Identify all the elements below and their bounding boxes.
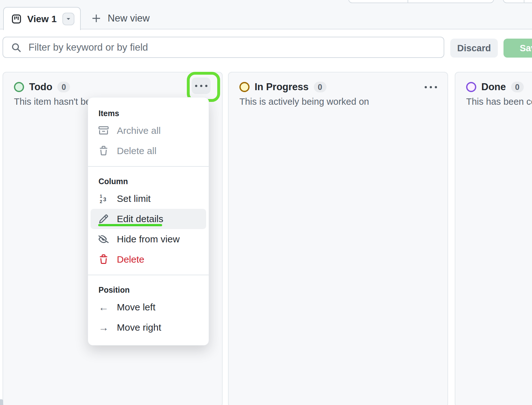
plus-icon <box>91 13 101 23</box>
menu-section-position: Position <box>88 280 209 297</box>
pencil-icon <box>98 214 109 224</box>
toolbar-button-group-partial[interactable] <box>348 0 494 3</box>
search-icon <box>11 42 22 53</box>
tab-view-1-label: View 1 <box>27 14 57 24</box>
set-limit-icon: 1 2 3 <box>98 194 109 204</box>
chevron-down-icon <box>65 16 72 22</box>
arrow-right-icon: → <box>98 322 109 333</box>
menu-item-edit-details[interactable]: Edit details <box>91 209 206 229</box>
column-done-count-badge: 0 <box>511 82 524 92</box>
column-done-description: This has been co <box>466 97 532 107</box>
ellipsis-icon <box>425 86 437 88</box>
menu-divider <box>88 166 209 167</box>
menu-item-move-left[interactable]: ← Move left <box>88 297 209 317</box>
svg-text:3: 3 <box>103 196 106 202</box>
in-progress-status-dot <box>239 82 250 92</box>
menu-item-move-right[interactable]: → Move right <box>88 317 209 338</box>
svg-text:2: 2 <box>100 199 102 204</box>
column-in-progress-count-badge: 0 <box>314 82 326 92</box>
column-in-progress-menu-button[interactable] <box>421 83 440 91</box>
new-view-button[interactable]: New view <box>91 9 150 27</box>
eye-closed-icon <box>98 234 109 244</box>
view-options-caret-button[interactable] <box>62 13 74 25</box>
column-done-title: Done <box>481 81 506 93</box>
menu-item-label: Set limit <box>117 193 151 204</box>
archive-icon <box>98 126 109 136</box>
column-in-progress: In Progress 0 This is actively being wor… <box>228 72 448 405</box>
menu-section-items: Items <box>88 104 209 121</box>
save-label: Save <box>520 43 532 53</box>
menu-item-label: Delete all <box>117 146 156 156</box>
toolbar-button-partial[interactable] <box>503 0 532 3</box>
menu-item-label: Move left <box>117 302 155 313</box>
menu-item-delete-all[interactable]: Delete all <box>88 141 209 161</box>
menu-section-column: Column <box>88 172 209 189</box>
arrow-left-icon: ← <box>98 302 109 313</box>
trash-icon <box>98 146 109 156</box>
done-status-dot <box>466 82 476 92</box>
project-board-icon <box>11 14 22 24</box>
column-done: Done 0 This has been co <box>455 72 532 405</box>
discard-label: Discard <box>457 43 491 53</box>
scrollbar-thumb[interactable] <box>0 399 3 405</box>
menu-item-label: Edit details <box>117 214 163 224</box>
new-view-label: New view <box>108 13 150 24</box>
column-todo-count-badge: 0 <box>57 82 70 92</box>
menu-item-archive-all[interactable]: Archive all <box>88 121 209 141</box>
annotation-underline <box>98 224 162 226</box>
column-in-progress-title: In Progress <box>255 81 309 93</box>
menu-divider <box>88 275 209 275</box>
save-button[interactable]: Save <box>504 39 532 58</box>
column-todo-title: Todo <box>29 81 52 93</box>
filter-placeholder: Filter by keyword or by field <box>28 42 148 53</box>
column-in-progress-description: This is actively being worked on <box>239 97 447 107</box>
menu-item-label: Archive all <box>117 125 161 136</box>
tab-view-1[interactable]: View 1 <box>3 7 81 30</box>
view-tab-bar: View 1 New view <box>0 0 532 29</box>
menu-item-set-limit[interactable]: 1 2 3 Set limit <box>88 189 209 209</box>
column-done-header: Done 0 <box>466 81 532 93</box>
button-group-divider <box>524 0 524 3</box>
trash-icon <box>98 254 109 265</box>
filter-input[interactable]: Filter by keyword or by field <box>3 37 444 58</box>
menu-item-label: Move right <box>117 322 161 333</box>
menu-item-delete[interactable]: Delete <box>88 249 209 270</box>
menu-item-label: Hide from view <box>117 234 180 245</box>
todo-status-dot <box>14 82 24 92</box>
column-context-menu: Items Archive all Delete all Column 1 2 … <box>88 97 209 346</box>
menu-item-label: Delete <box>117 254 144 265</box>
menu-item-hide-from-view[interactable]: Hide from view <box>88 229 209 249</box>
button-group-divider <box>408 0 408 3</box>
svg-text:1: 1 <box>100 194 102 199</box>
discard-button[interactable]: Discard <box>450 39 498 58</box>
column-in-progress-header: In Progress 0 <box>239 81 447 93</box>
